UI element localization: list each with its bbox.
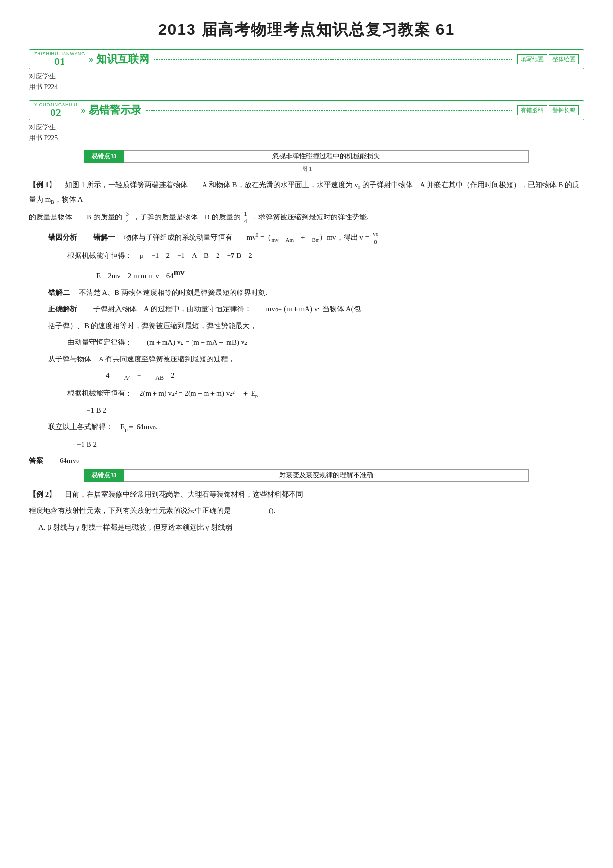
correct-text2: 从子弹与物体 A 有共同速度至弹簧被压缩到最短的过程， (48, 352, 584, 366)
fraction1-numer: 3 (125, 210, 130, 218)
example2-para1: 【例 2】 目前，在居室装修中经常用到花岗岩、大理石等装饰材料，这些材料都不同 (29, 487, 584, 501)
section2-arrow: » (81, 105, 86, 115)
section2-right2: 警钟长鸣 (549, 105, 579, 115)
section1-title: 知识互联网 (96, 52, 149, 66)
fraction2-numer: 1 (243, 210, 248, 218)
error-point1-row: 易错点33 忽视非弹性碰撞过程中的机械能损失 (84, 150, 528, 163)
section2-right1: 有错必纠 (517, 105, 547, 115)
section1-right2: 整体绘置 (549, 54, 579, 64)
example1-text1: 如图 1 所示，一轻质弹簧两端连着物体 A 和物体 B，放在光滑的水平面上，水平… (29, 181, 579, 203)
fraction1: 3 4 (125, 210, 130, 225)
page-title: 2013 届高考物理考点知识总复习教案 61 (29, 19, 584, 40)
answer-block: 答案 64mv₀ (29, 456, 584, 465)
correct-formula4-sub: −1 B 2 (77, 437, 584, 451)
error-badge1: 易错点33 (84, 150, 124, 163)
example1-para1: 【例 1】 如图 1 所示，一轻质弹簧两端连着物体 A 和物体 B，放在光滑的水… (29, 178, 584, 207)
section2-dashed-line (146, 110, 512, 111)
correct-formula-sub: 4 A² − AB 2 (106, 369, 584, 383)
fraction2-denom: 4 (243, 217, 248, 225)
correct-label-line: 正确解析 子弹射入物体 A 的过程中，由动量守恒定律得： mv₀= (m＋mA)… (48, 302, 584, 316)
answer-label: 答案 (29, 457, 43, 464)
example2-block: 【例 2】 目前，在居室装修中经常用到花岗岩、大理石等装饰材料，这些材料都不同 … (29, 487, 584, 535)
option-a-text: A. β 射线与 γ 射线一样都是电磁波，但穿透本领远比 γ 射线弱 (38, 523, 232, 531)
correct-formula3-sub: −1 B 2 (87, 404, 584, 418)
analysis-header: 错因分析 错解一 物体与子弹组成的系统动量守恒有 mv0 =（mv Am + B… (48, 230, 584, 246)
wrong2-label: 错解二 (48, 289, 70, 296)
section2-num-block: YICUOJINGSHILU 02 (34, 102, 77, 118)
section1-right1: 填写纸置 (517, 54, 547, 64)
section1-num-block: ZHISHIHULIANWANG 01 (34, 51, 85, 67)
section1-right: 填写纸置 整体绘置 (517, 54, 579, 64)
error-desc2: 对衰变及衰变规律的理解不准确 (124, 469, 528, 482)
fraction1-denom: 4 (125, 217, 130, 225)
v-frac-denom: 8 (373, 238, 378, 246)
answer-value: 64mv₀ (60, 457, 79, 464)
section2-right: 有错必纠 警钟长鸣 (517, 105, 579, 115)
section2-meta1: 对应学生 (29, 123, 584, 132)
correct-formula1: 由动量守恒定律得： (m＋mA) v₁ = (m＋mA＋ mB) v₂ (67, 335, 584, 349)
section2-meta2: 用书 P225 (29, 134, 584, 142)
wrong1-label: 错解一 (93, 233, 115, 241)
section1-header: ZHISHIHULIANWANG 01 » 知识互联网 填写纸置 整体绘置 (29, 49, 584, 69)
section2-header: YICUOJINGSHILU 02 » 易错警示录 有错必纠 警钟长鸣 (29, 100, 584, 120)
section1-meta2: 用书 P224 (29, 83, 584, 91)
section1-dashed-line (154, 59, 512, 60)
error-desc1: 忽视非弹性碰撞过程中的机械能损失 (124, 150, 528, 163)
wrong2-label-line: 错解二 不清楚 A、B 两物体速度相等的时刻是弹簧最短的临界时刻. (48, 286, 584, 300)
fig-label: 图 1 (29, 165, 584, 173)
analysis-block: 错因分析 错解一 物体与子弹组成的系统动量守恒有 mv0 =（mv Am + B… (48, 230, 584, 451)
correct-formula2: 根据机械能守恒有： 2(m＋m) v₁² = 2(m＋m＋m) v₂² ＋ Ep (67, 386, 584, 401)
analysis-label1: 错因分析 (48, 233, 77, 241)
section1-num: 01 (54, 56, 65, 67)
error-point2-row: 易错点33 对衰变及衰变规律的理解不准确 (84, 469, 528, 482)
fraction2: 1 4 (243, 210, 248, 225)
example2-para2: 程度地含有放射性元素，下列有关放射性元素的说法中正确的是 (). (29, 504, 584, 518)
wrong1-formula2-line: E 2mv 2 m m m v 64mv (96, 265, 584, 283)
v-frac-numer: v₀ (372, 230, 380, 238)
section1-arrow: » (89, 54, 93, 64)
correct-label: 正确解析 (48, 305, 77, 313)
v-fraction: v₀ 8 (372, 230, 380, 245)
section1-meta1: 对应学生 (29, 72, 584, 81)
section2-title: 易错警示录 (89, 103, 141, 117)
correct-text1b: 括子弹）、B 的速度相等时，弹簧被压缩到最短，弹性势能最大， (48, 319, 584, 333)
example1-label: 【例 1】 (29, 181, 56, 189)
example2-label: 【例 2】 (29, 490, 56, 498)
wrong1-formula-line: 根据机械能守恒得：p = −1 2 −1 A B 2 −7 B 2 (67, 249, 584, 263)
correct-text3: 联立以上各式解得： Ep＝ 64mv₀. (48, 420, 584, 434)
example2-optionA: A. β 射线与 γ 射线一样都是电磁波，但穿透本领远比 γ 射线弱 (38, 521, 584, 535)
example1-block: 【例 1】 如图 1 所示，一轻质弹簧两端连着物体 A 和物体 B，放在光滑的水… (29, 178, 584, 225)
error-badge2: 易错点33 (84, 469, 124, 482)
section2-num: 02 (51, 107, 61, 118)
example1-para2: 的质量是物体 B 的质量的 3 4 ，子弹的质量是物体 B 的质量的 1 4 ，… (29, 210, 584, 225)
